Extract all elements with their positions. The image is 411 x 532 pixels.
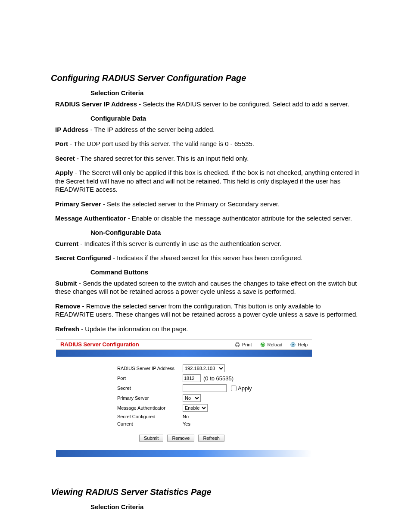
def-refresh: Refresh - Update the information on the …	[55, 325, 360, 333]
def-msgauth: Message Authenticator - Enable or disabl…	[55, 214, 360, 223]
def-secret: Secret - The shared secret for this serv…	[55, 154, 360, 163]
reload-button[interactable]: Reload	[260, 342, 283, 348]
svg-rect-1	[236, 342, 238, 344]
msgauth-select[interactable]: Enable	[183, 404, 208, 412]
help-icon: ?	[290, 342, 296, 348]
label-current: Current	[117, 421, 183, 426]
label-port: Port	[117, 376, 183, 381]
screenshot-panel: RADIUS Server Configuration Print Reload…	[56, 339, 312, 457]
panel-header: RADIUS Server Configuration Print Reload…	[56, 339, 312, 350]
port-range: (0 to 65535)	[203, 375, 234, 382]
help-button[interactable]: ? Help	[290, 342, 308, 348]
primary-select[interactable]: No	[183, 394, 201, 402]
blue-bar-bottom	[56, 450, 312, 457]
heading-viewing: Viewing RADIUS Server Statistics Page	[51, 487, 360, 497]
heading-nonconfigurable-data: Non-Configurable Data	[90, 229, 360, 236]
value-sconf: No	[183, 414, 189, 419]
label-sconf: Secret Configured	[117, 414, 183, 419]
button-row: Submit Remove Refresh	[56, 429, 308, 446]
print-button[interactable]: Print	[234, 342, 252, 348]
blue-bar-top	[56, 350, 312, 357]
svg-rect-2	[236, 345, 238, 347]
submit-button[interactable]: Submit	[139, 435, 163, 442]
apply-checkbox[interactable]	[231, 386, 237, 391]
value-current: Yes	[183, 421, 190, 426]
svg-text:?: ?	[292, 342, 294, 347]
def-remove: Remove - Remove the selected server from…	[55, 302, 360, 319]
remove-button[interactable]: Remove	[167, 435, 194, 442]
def-primary: Primary Server - Sets the selected serve…	[55, 200, 360, 208]
def-radius-ip: RADIUS Server IP Address - Selects the R…	[55, 100, 360, 109]
secret-input[interactable]	[183, 384, 227, 392]
apply-label: Apply	[238, 385, 252, 392]
heading-configuring: Configuring RADIUS Server Configuration …	[51, 73, 360, 83]
heading-selection-criteria-2: Selection Criteria	[90, 503, 360, 510]
label-msgauth: Message Authenticator	[117, 405, 183, 411]
port-input[interactable]	[183, 374, 201, 382]
label-secret: Secret	[117, 386, 183, 391]
heading-configurable-data: Configurable Data	[90, 115, 360, 122]
def-port: Port - The UDP port used by this server.…	[55, 140, 360, 148]
reload-icon	[260, 342, 266, 348]
def-submit: Submit - Sends the updated screen to the…	[55, 279, 360, 296]
ip-select[interactable]: 192.168.2.103	[183, 364, 225, 372]
def-secret-configured: Secret Configured - Indicates if the sha…	[55, 254, 360, 262]
def-apply: Apply - The Secret will only be applied …	[55, 168, 360, 194]
label-ip: RADIUS Server IP Address	[117, 366, 183, 371]
heading-selection-criteria: Selection Criteria	[90, 89, 360, 96]
refresh-button[interactable]: Refresh	[198, 435, 224, 442]
def-ip: IP Address - The IP address of the serve…	[55, 125, 360, 134]
panel-toolbar: Print Reload ? Help	[234, 342, 308, 348]
heading-command-buttons: Command Buttons	[90, 268, 360, 276]
def-current: Current - Indicates if this server is cu…	[55, 240, 360, 248]
label-primary: Primary Server	[117, 395, 183, 401]
panel-title: RADIUS Server Configuration	[60, 341, 234, 348]
print-icon	[234, 342, 240, 348]
form-area: RADIUS Server IP Address 192.168.2.103 P…	[56, 357, 312, 450]
